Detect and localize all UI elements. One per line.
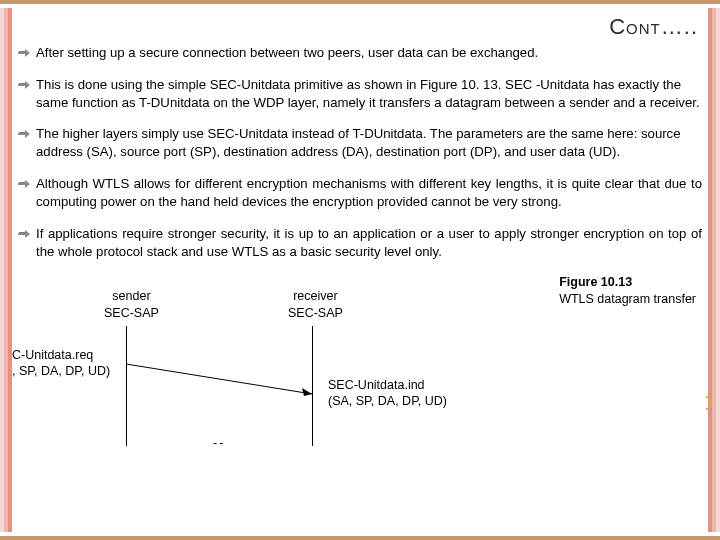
bullet-item: This is done using the simple SEC-Unitda…: [18, 76, 702, 112]
bullet-text: If applications require stronger securit…: [36, 226, 702, 259]
bullet-item: The higher layers simply use SEC-Unitdat…: [18, 125, 702, 161]
req-line1: C-Unitdata.req: [12, 348, 110, 364]
figure-subtitle: WTLS datagram transfer: [559, 291, 696, 308]
arrow-icon: [18, 79, 30, 91]
receiver-label: receiver: [288, 288, 343, 304]
bullet-text: After setting up a secure connection bet…: [36, 45, 538, 60]
indication-label: SEC-Unitdata.ind (SA, SP, DA, DP, UD): [328, 378, 447, 409]
request-label: C-Unitdata.req , SP, DA, DP, UD): [12, 348, 110, 379]
sender-label: sender: [104, 288, 159, 304]
bullet-text: The higher layers simply use SEC-Unitdat…: [36, 126, 681, 159]
arrow-icon: [18, 128, 30, 140]
receiver-sap: SEC-SAP: [288, 305, 343, 321]
receiver-lifeline: [312, 326, 313, 446]
dash-mark: --: [213, 436, 225, 450]
bullet-item: Although WTLS allows for different encry…: [18, 175, 702, 211]
bullet-item: After setting up a secure connection bet…: [18, 44, 702, 62]
svg-line-0: [126, 364, 312, 394]
right-decor: [708, 8, 720, 532]
arrow-icon: [18, 228, 30, 240]
figure-number: Figure 10.13: [559, 274, 696, 291]
figure-diagram: Figure 10.13 WTLS datagram transfer send…: [18, 274, 702, 449]
slide-title: Cont…..: [18, 14, 702, 40]
receiver-column-header: receiver SEC-SAP: [288, 288, 343, 321]
req-line2: , SP, DA, DP, UD): [12, 364, 110, 380]
arrow-icon: [18, 178, 30, 190]
message-arrow: [126, 360, 312, 392]
arrow-icon: [18, 47, 30, 59]
ind-line2: (SA, SP, DA, DP, UD): [328, 394, 447, 410]
bullet-text: This is done using the simple SEC-Unitda…: [36, 77, 700, 110]
svg-marker-1: [302, 388, 312, 396]
bullet-item: If applications require stronger securit…: [18, 225, 702, 261]
ind-line1: SEC-Unitdata.ind: [328, 378, 447, 394]
bullet-text: Although WTLS allows for different encry…: [36, 176, 702, 209]
left-decor: [0, 8, 12, 532]
bullet-list: After setting up a secure connection bet…: [18, 44, 702, 260]
sender-column-header: sender SEC-SAP: [104, 288, 159, 321]
figure-caption: Figure 10.13 WTLS datagram transfer: [559, 274, 696, 308]
sender-sap: SEC-SAP: [104, 305, 159, 321]
